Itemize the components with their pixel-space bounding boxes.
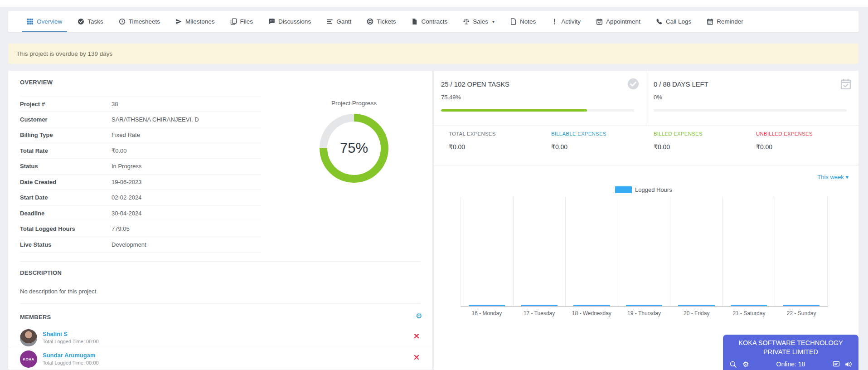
field-label: Customer [20,116,112,123]
calendar-check-icon [596,18,603,25]
field-label: Status [20,163,112,170]
days-left-stat: 0 / 88 DAYS LEFT 0% [646,71,858,125]
chart-period-selector[interactable]: This week ▾ [817,174,849,180]
members-settings-gear-icon[interactable]: ⚙ [416,312,422,320]
tab-activity[interactable]: Activity [543,11,588,32]
x-tick-label: 16 - Monday [461,310,513,316]
field-label: Total Rate [20,147,112,154]
clock-icon [119,18,126,25]
member-name-link[interactable]: Sundar Arumugam [43,352,96,359]
x-tick-label: 22 - Sunday [775,310,828,316]
x-tick-label: 18 - Wednesday [565,310,618,316]
overview-row-total-logged-hours: Total Logged Hours779:05 [20,221,261,237]
overview-row-date-created: Date Created19-06-2023 [20,175,261,190]
chat-widget[interactable]: KOKA SOFTWARE TECHNOLOGY PRIVATE LIMITED… [723,335,858,370]
chat-widget-title: KOKA SOFTWARE TECHNOLOGY PRIVATE LIMITED [723,335,858,356]
overview-row-customer: CustomerSARATHSENA CHIRANJEEVI. D [20,112,261,128]
expenses-row: TOTAL EXPENSES₹0.00BILLABLE EXPENSES₹0.0… [434,126,858,166]
phone-icon [656,18,663,25]
project-tabs: OverviewTasksTimesheetsMilestonesFilesDi… [8,11,858,32]
remove-member-button[interactable] [414,332,419,341]
field-value: 02-02-2024 [112,194,142,201]
tab-tasks[interactable]: Tasks [70,11,111,32]
member-logged-time: Total Logged Time: 00:00 [43,360,99,365]
expense-value: ₹0.00 [449,143,465,151]
tab-contracts[interactable]: Contracts [403,11,455,32]
expense-unbilled-expenses: UNBILLED EXPENSES₹0.00 [756,126,858,166]
tab-label: Tickets [377,18,396,25]
tab-label: Contracts [421,18,447,25]
avatar: KOHA [20,351,37,368]
days-left-title: 0 / 88 DAYS LEFT [654,80,708,88]
expense-label: TOTAL EXPENSES [449,131,496,136]
tab-call-logs[interactable]: Call Logs [648,11,699,32]
logged-hours-bar[interactable] [626,305,662,306]
open-tasks-stat: 25 / 102 OPEN TASKS 75.49% [434,71,646,125]
logged-hours-bar[interactable] [469,305,505,306]
tab-gantt[interactable]: Gantt [319,11,359,32]
tab-label: Gantt [336,18,351,25]
chat-icon [268,18,275,25]
logged-hours-bar[interactable] [573,305,610,306]
tab-label: Activity [561,18,581,25]
overview-row-billing-type: Billing TypeFixed Rate [20,127,261,143]
tab-discussions[interactable]: Discussions [261,11,319,32]
members-list: Shalini STotal Logged Time: 00:00KOHASun… [8,327,432,370]
legend-swatch [615,186,632,193]
tab-label: Files [240,18,253,25]
tab-appointment[interactable]: Appointment [588,11,648,32]
logged-hours-bar[interactable] [521,305,558,306]
tab-label: Overview [37,18,62,25]
field-label: Billing Type [20,131,112,138]
check-circle-icon [627,78,639,92]
field-label: Deadline [20,210,112,217]
tab-label: Discussions [278,18,311,25]
overview-row-project: Project #38 [20,96,261,112]
tab-sales[interactable]: Sales▾ [455,11,502,32]
remove-member-button[interactable] [414,354,419,362]
field-label: Live Status [20,241,112,248]
tab-label: Reminder [717,18,743,25]
tab-reminder[interactable]: Reminder [699,11,751,32]
tab-milestones[interactable]: Milestones [168,11,223,32]
description-text: No description for this project [20,288,96,295]
overdue-alert: This project is overdue by 139 days [8,44,858,64]
overview-card: OVERVIEW Project #38CustomerSARATHSENA C… [8,71,432,370]
days-left-progressbar [654,109,847,112]
check-circle-icon [78,18,84,25]
chart-column-17-tuesday [514,197,566,306]
calendar-check-icon [840,78,852,92]
gantt-icon [326,18,333,25]
field-value[interactable]: SARATHSENA CHIRANJEEVI. D [112,116,199,123]
overview-row-status: StatusIn Progress [20,159,261,175]
chevron-down-icon: ▾ [492,19,495,24]
logged-hours-bar[interactable] [731,305,767,306]
x-tick-label: 19 - Thursday [618,310,670,316]
member-name-link[interactable]: Shalini S [43,331,68,337]
open-tasks-percent: 75.49% [441,94,461,101]
logged-hours-bar[interactable] [783,305,820,306]
logged-hours-bar[interactable] [678,305,714,306]
tab-tickets[interactable]: Tickets [359,11,403,32]
field-value: Development [112,241,146,248]
tab-timesheets[interactable]: Timesheets [111,11,168,32]
expense-value: ₹0.00 [654,143,670,151]
chart-column-16-monday [461,197,514,306]
divider [20,303,420,304]
tab-files[interactable]: Files [223,11,261,32]
expense-value: ₹0.00 [551,143,567,151]
project-progress-percent: 75% [340,140,368,156]
note-icon [510,18,517,25]
tab-overview[interactable]: Overview [19,11,70,32]
chart-legend[interactable]: Logged Hours [615,186,672,193]
legend-label: Logged Hours [635,186,672,193]
tab-notes[interactable]: Notes [502,11,543,32]
expense-billed-expenses: BILLED EXPENSES₹0.00 [654,126,756,166]
expense-label: BILLED EXPENSES [654,131,703,136]
contract-icon [411,18,418,25]
remove-member-x-icon [414,355,419,360]
copy-icon [230,18,237,25]
overview-row-start-date: Start Date02-02-2024 [20,190,261,206]
tab-label: Sales [473,18,488,25]
grid-icon [27,18,34,25]
